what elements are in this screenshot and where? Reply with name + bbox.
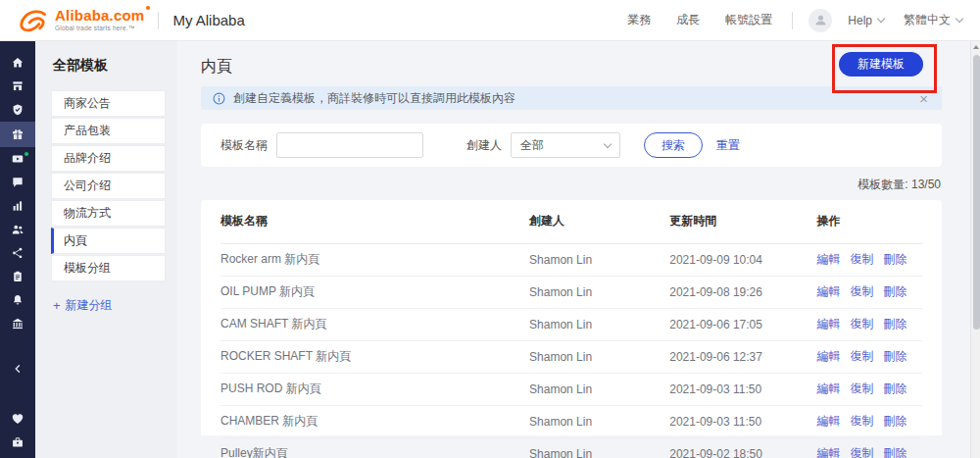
rail-item-security[interactable] [0, 98, 35, 122]
edit-link[interactable]: 編輯 [817, 284, 841, 298]
rail-item-finance[interactable] [0, 312, 35, 335]
vertical-scrollbar[interactable] [970, 41, 980, 458]
app-title: My Alibaba [172, 12, 244, 28]
nav-growth[interactable]: 成長 [676, 12, 700, 28]
sidebar-item-company-intro[interactable]: 公司介绍 [51, 173, 166, 199]
delete-link[interactable]: 刪除 [884, 414, 907, 428]
brand-tagline: Global trade starts here.™ [55, 25, 144, 32]
updated-time: 2021-09-06 12:37 [669, 340, 816, 373]
search-button[interactable]: 搜索 [644, 132, 703, 158]
nav-business[interactable]: 業務 [627, 12, 651, 28]
sidebar-title: 全部模板 [53, 57, 166, 75]
rail-item-messages[interactable] [0, 171, 35, 194]
copy-link[interactable]: 復制 [851, 382, 874, 395]
top-nav: 業務 成長 帳號設置 [627, 12, 772, 28]
table-row: CAM SHAFT 新内頁 Shamon Lin 2021-09-06 17:0… [220, 308, 922, 340]
header-divider [158, 12, 159, 29]
edit-link[interactable]: 編輯 [817, 414, 841, 428]
template-sidebar: 全部模板 商家公告 产品包装 品牌介绍 公司介绍 物流方式 内頁 模板分组 + … [35, 41, 177, 458]
bell-icon [11, 293, 24, 307]
toolbox-icon [11, 435, 24, 449]
language-menu[interactable]: 繁體中文 [904, 12, 962, 28]
help-menu[interactable]: Help [848, 14, 884, 27]
delete-link[interactable]: 刪除 [884, 382, 907, 395]
copy-link[interactable]: 復制 [851, 446, 874, 458]
updated-time: 2021-09-03 11:50 [669, 405, 816, 437]
rail-collapse[interactable] [0, 357, 35, 381]
sidebar-item-inner-page[interactable]: 内頁 [51, 228, 166, 254]
template-count: 模板數量: 13/50 [201, 177, 942, 193]
creator-select[interactable]: 全部 [511, 132, 620, 158]
sidebar-item-merchant-notice[interactable]: 商家公告 [51, 90, 166, 117]
alibaba-swoosh-icon [18, 8, 51, 33]
user-icon [813, 13, 828, 27]
table-row: OIL PUMP 新内頁 Shamon Lin 2021-09-08 19:26… [220, 276, 922, 308]
create-template-button[interactable]: 新建模板 [839, 52, 923, 76]
reset-button[interactable]: 重置 [716, 137, 740, 154]
edit-link[interactable]: 編輯 [817, 317, 841, 331]
table-row: PUSH ROD 新内頁 Shamon Lin 2021-09-03 11:50… [220, 373, 922, 405]
copy-link[interactable]: 復制 [851, 349, 874, 363]
table-row: Pulley新内頁 Shamon Lin 2021-09-02 18:50 編輯… [220, 437, 922, 458]
edit-link[interactable]: 編輯 [817, 349, 841, 363]
edit-link[interactable]: 編輯 [817, 382, 841, 395]
alibaba-logo[interactable]: Alibaba.com Global trade starts here.™ [18, 8, 144, 33]
home-icon [11, 56, 24, 70]
updated-time: 2021-09-06 17:05 [669, 308, 816, 340]
delete-link[interactable]: 刪除 [884, 446, 907, 458]
table-header-row: 模板名稱 創建人 更新時間 操作 [220, 200, 922, 243]
template-name-input[interactable] [276, 132, 423, 158]
rail-item-orders[interactable] [0, 265, 35, 288]
info-icon [213, 92, 225, 105]
video-icon [11, 152, 24, 166]
rail-item-home[interactable] [0, 51, 35, 75]
copy-link[interactable]: 復制 [851, 252, 874, 266]
edit-link[interactable]: 編輯 [817, 252, 841, 266]
sidebar-item-logistics[interactable]: 物流方式 [51, 200, 166, 227]
updated-time: 2021-09-03 11:50 [669, 373, 816, 405]
creator: Shamon Lin [529, 437, 669, 458]
rail-item-favorites[interactable] [0, 407, 35, 431]
template-table-card: 模板名稱 創建人 更新時間 操作 Rocker arm 新内頁 Shamon L… [201, 200, 942, 435]
bank-icon [11, 317, 24, 331]
rail-item-customers[interactable] [0, 218, 35, 241]
chevron-down-icon [877, 15, 885, 23]
nav-account-settings[interactable]: 帳號設置 [725, 12, 772, 28]
creator: Shamon Lin [529, 308, 669, 340]
notification-badge [24, 151, 29, 157]
edit-link[interactable]: 編輯 [817, 446, 841, 458]
banner-close-icon[interactable]: × [917, 91, 930, 106]
updated-time: 2021-09-09 10:04 [669, 243, 816, 276]
col-creator: 創建人 [529, 200, 669, 243]
sidebar-item-brand-intro[interactable]: 品牌介绍 [51, 145, 166, 172]
rail-item-shop[interactable] [0, 75, 35, 98]
copy-link[interactable]: 復制 [851, 414, 874, 428]
rail-item-notifications[interactable] [0, 288, 35, 312]
scrollbar-thumb[interactable] [973, 55, 980, 330]
new-group-button[interactable]: + 新建分组 [51, 297, 166, 314]
rail-item-analytics[interactable] [0, 194, 35, 218]
delete-link[interactable]: 刪除 [884, 284, 907, 298]
table-row: ROCKER SHAFT 新内頁 Shamon Lin 2021-09-06 1… [220, 340, 922, 373]
copy-link[interactable]: 復制 [851, 284, 874, 298]
bar-chart-icon [11, 199, 24, 213]
main-content: 内頁 新建模板 創建自定義模板，商詳裝修時可以直接調用此模板內容 × 模板名稱 … [177, 41, 980, 458]
filter-bar: 模板名稱 創建人 全部 搜索 重置 [201, 124, 942, 167]
delete-link[interactable]: 刪除 [884, 317, 907, 331]
rail-item-tools[interactable] [0, 431, 35, 454]
rail-item-media[interactable] [0, 147, 35, 171]
rail-item-templates[interactable] [0, 122, 35, 147]
copy-link[interactable]: 復制 [851, 317, 874, 331]
logo-text: Alibaba.com Global trade starts here.™ [55, 8, 144, 32]
share-icon [11, 246, 24, 260]
sidebar-item-template-group[interactable]: 模板分组 [51, 255, 166, 281]
delete-link[interactable]: 刪除 [884, 349, 907, 363]
rail-item-distribution[interactable] [0, 241, 35, 265]
delete-link[interactable]: 刪除 [884, 252, 907, 266]
user-avatar[interactable] [808, 9, 832, 32]
col-actions: 操作 [817, 200, 922, 243]
col-updated-time: 更新時間 [669, 200, 816, 243]
sidebar-item-product-packaging[interactable]: 产品包装 [51, 118, 166, 144]
template-name: PUSH ROD 新内頁 [220, 373, 529, 405]
scrollbar-up-arrow-icon[interactable] [971, 41, 980, 53]
